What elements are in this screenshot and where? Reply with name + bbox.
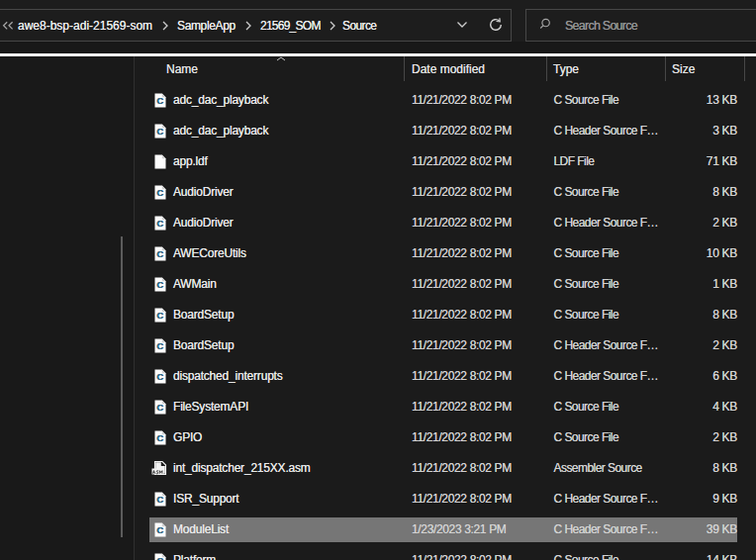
svg-text:C: C	[156, 340, 163, 351]
svg-text:C: C	[156, 279, 163, 290]
svg-text:C: C	[156, 524, 163, 535]
svg-text:C: C	[156, 218, 163, 229]
svg-text:C: C	[156, 371, 163, 382]
svg-text:C: C	[156, 95, 163, 106]
svg-text:C: C	[156, 187, 163, 198]
svg-text:C: C	[156, 432, 163, 443]
svg-text:C: C	[156, 494, 163, 505]
svg-text:C: C	[156, 126, 163, 137]
svg-text:C: C	[156, 248, 163, 259]
svg-text:C: C	[156, 555, 163, 560]
svg-text:C: C	[156, 310, 163, 321]
svg-text:C: C	[156, 402, 163, 413]
